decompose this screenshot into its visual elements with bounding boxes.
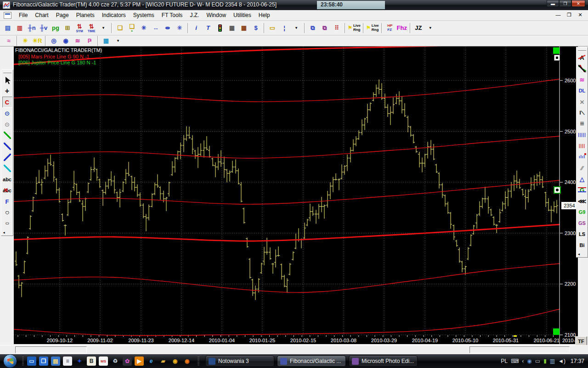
- menu-file[interactable]: File: [15, 11, 31, 20]
- ls-tool-icon[interactable]: LS: [577, 229, 587, 240]
- chart-window-icon[interactable]: ⧉: [307, 23, 318, 34]
- crosshair-icon[interactable]: +: [2, 86, 12, 97]
- task-fibonacci[interactable]: Fibonacci/Galactic ...: [277, 356, 346, 367]
- scroll-left-icon[interactable]: ◂: [577, 251, 587, 257]
- mdi-restore-icon[interactable]: ❐: [566, 12, 572, 18]
- menu-chart[interactable]: Chart: [31, 11, 52, 20]
- page-icon[interactable]: pg: [50, 23, 61, 34]
- ms-app-icon[interactable]: MS: [99, 356, 108, 366]
- restore-button[interactable]: ❐: [559, 0, 571, 7]
- cross-lines-icon[interactable]: ⨯: [577, 96, 587, 107]
- taskbar-clock[interactable]: 17:37: [571, 358, 584, 364]
- minimize-button[interactable]: ▬: [547, 0, 559, 7]
- b-document-icon[interactable]: B: [87, 356, 96, 366]
- mdi-minimize-icon[interactable]: —: [555, 12, 561, 18]
- dropdown-icon[interactable]: ▾: [425, 23, 436, 34]
- vertical-lines-red-icon[interactable]: ||||: [577, 140, 587, 151]
- palette-grip[interactable]: [3, 72, 11, 73]
- keyboard-icon[interactable]: ⌨: [511, 358, 519, 364]
- dropdown-icon[interactable]: ▾: [98, 23, 109, 34]
- trendline-blue-icon[interactable]: [2, 141, 12, 152]
- internet-explorer-icon[interactable]: e: [147, 356, 156, 366]
- recycle-bin-icon[interactable]: ♻: [111, 356, 120, 366]
- notepad-icon[interactable]: ≡: [63, 356, 72, 366]
- text-abc-delete-icon[interactable]: abc✕: [2, 185, 12, 196]
- zoom-page-icon[interactable]: ⊙: [2, 108, 12, 119]
- dotted-grid-icon[interactable]: ⠿: [331, 23, 342, 34]
- media-player-icon[interactable]: ▶: [135, 356, 144, 366]
- diagonal-pair-icon[interactable]: ∕∕: [577, 162, 587, 173]
- window-switcher-icon[interactable]: ❐: [39, 356, 48, 366]
- time-icon[interactable]: ⇅TIME: [86, 23, 97, 34]
- menu-ft-tools[interactable]: FT Tools: [158, 11, 187, 20]
- palette-grip[interactable]: [578, 49, 586, 51]
- planet-circle-icon[interactable]: ◉: [60, 35, 71, 46]
- print-icon[interactable]: ▦: [226, 23, 237, 34]
- chevron-icon[interactable]: ‹: [522, 358, 524, 364]
- bars-v-icon[interactable]: ╫v: [38, 23, 49, 34]
- blue-bird-icon[interactable]: ✦: [75, 356, 84, 366]
- pink-waves-icon[interactable]: ≋: [72, 35, 83, 46]
- quick-launch-grip[interactable]: [22, 356, 24, 366]
- display-icon[interactable]: ▭: [535, 358, 540, 364]
- sun-dots-icon[interactable]: ☀: [20, 35, 31, 46]
- mdi-child-icon[interactable]: [4, 12, 11, 19]
- text-tool-icon[interactable]: T: [203, 23, 214, 34]
- expand-vertical-icon[interactable]: ⇹: [162, 23, 173, 34]
- bars-n-icon[interactable]: ╫n: [26, 23, 37, 34]
- folder-icon[interactable]: ▰: [158, 356, 168, 366]
- calendar-icon[interactable]: ▦: [238, 23, 249, 34]
- trendline-blue-steep-icon[interactable]: [2, 152, 12, 163]
- menu-window[interactable]: Window: [203, 11, 230, 20]
- language-indicator[interactable]: PL: [501, 358, 508, 364]
- dropdown-icon[interactable]: ▾: [291, 23, 302, 34]
- close-button[interactable]: ✕: [571, 0, 585, 7]
- open-chart-icon[interactable]: ▥: [14, 23, 25, 34]
- mdi-close-icon[interactable]: ✕: [577, 12, 583, 18]
- sun-retrograde-icon[interactable]: ☀R: [32, 35, 43, 46]
- menu-page[interactable]: Page: [52, 11, 73, 20]
- g9-tool-icon[interactable]: G9: [577, 207, 587, 218]
- magnet-icon[interactable]: C: [2, 97, 12, 108]
- price-chart[interactable]: 2600250024002300220021002009-10-122009-1…: [14, 46, 578, 344]
- menu-help[interactable]: Help: [255, 11, 274, 20]
- bi-tool-icon[interactable]: Bi: [577, 240, 587, 251]
- scroll-left-icon[interactable]: ◂: [2, 229, 12, 236]
- firefox-icon[interactable]: ◉: [182, 356, 192, 366]
- trend-arrows-icon[interactable]: [577, 63, 587, 74]
- menu-utilities[interactable]: Utilities: [230, 11, 255, 20]
- compress-icon[interactable]: ✳: [138, 23, 149, 34]
- dropdown-icon[interactable]: ▾: [113, 35, 124, 46]
- cascade-windows-icon[interactable]: ❏: [114, 23, 125, 34]
- add-window-icon[interactable]: ❏+: [126, 23, 137, 34]
- mini-chart-icon[interactable]: ılıl: [577, 151, 587, 162]
- power-plug-icon[interactable]: ▮: [543, 358, 547, 364]
- dl-tool-icon[interactable]: DL: [577, 85, 587, 96]
- menu-indicators[interactable]: Indicators: [98, 11, 130, 20]
- text-abc-icon[interactable]: abc: [2, 174, 12, 185]
- asterisk-icon[interactable]: ✳: [174, 23, 185, 34]
- dollar-icon[interactable]: $: [250, 23, 261, 34]
- fhz-icon[interactable]: Fhz: [396, 23, 407, 34]
- i-lines-icon[interactable]: I⟍: [577, 107, 587, 118]
- expand-horizontal-icon[interactable]: ↔: [150, 23, 161, 34]
- gann-g-icon[interactable]: G: [577, 184, 587, 196]
- jz-icon[interactable]: JZ: [413, 23, 424, 34]
- live-range-1-icon[interactable]: ⚑LiveRng: [348, 23, 361, 34]
- chrome-icon[interactable]: ◉: [170, 356, 180, 366]
- task-photo-editor[interactable]: Microsoft Photo Edi...: [349, 356, 418, 367]
- window-grid-icon[interactable]: ⊞: [62, 23, 73, 34]
- task-notowania[interactable]: Notowania 3: [205, 356, 274, 367]
- angle-tool-icon[interactable]: A: [577, 52, 587, 63]
- circle-tool-icon[interactable]: ○: [2, 207, 12, 218]
- fan-lines-icon[interactable]: ⋘: [577, 196, 587, 207]
- traffic-light-icon[interactable]: [215, 23, 226, 34]
- network-icon[interactable]: ▥: [550, 358, 555, 364]
- vertical-lines-blue-icon[interactable]: |||||: [577, 129, 587, 140]
- p-curve-icon[interactable]: Ҏ: [84, 35, 95, 46]
- new-chart-icon[interactable]: ▤: [2, 23, 13, 34]
- speaker-icon[interactable]: ◄): [558, 358, 565, 364]
- live-range-2-icon[interactable]: ⚑LiveRng: [366, 23, 379, 34]
- hp-fz-icon[interactable]: HPFZ: [384, 23, 396, 34]
- menu-systems[interactable]: Systems: [130, 11, 158, 20]
